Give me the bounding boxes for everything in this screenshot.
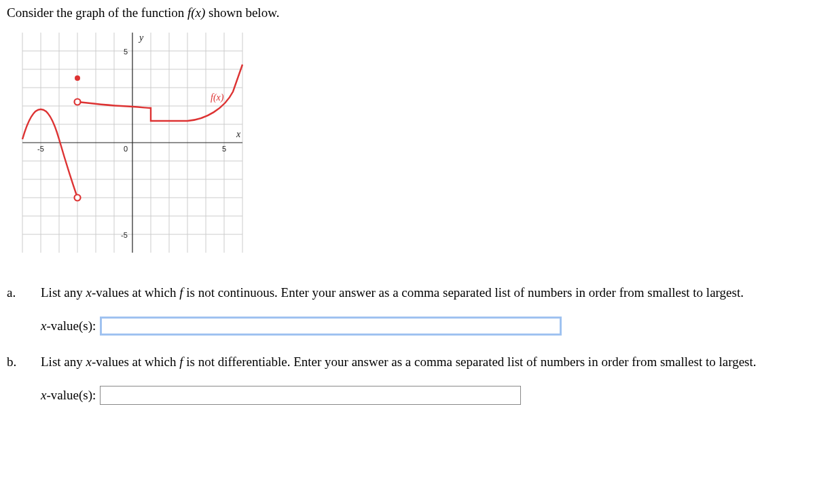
x-axis-label: x	[236, 129, 241, 139]
y-axis-label: y	[138, 33, 144, 43]
problem-intro: Consider the graph of the function f(x) …	[7, 5, 808, 20]
function-graph: y x -5 0 5 5 -5 f(x)	[7, 27, 258, 258]
intro-func: f(x)	[187, 5, 205, 20]
intro-suffix: shown below.	[205, 5, 279, 20]
question-a: a. List any x-values at which f is not c…	[7, 285, 808, 300]
answer-input-b[interactable]	[100, 386, 521, 405]
question-b: b. List any x-values at which f is not d…	[7, 355, 808, 370]
graph-container: y x -5 0 5 5 -5 f(x)	[7, 27, 808, 258]
question-a-text: List any x-values at which f is not cont…	[41, 285, 808, 300]
tick-neg5-y: -5	[121, 231, 128, 239]
tick-zero: 0	[124, 145, 128, 153]
question-b-text: List any x-values at which f is not diff…	[41, 355, 808, 370]
question-a-label: a.	[7, 285, 41, 300]
answer-row-b: x-value(s):	[41, 386, 808, 405]
question-b-label: b.	[7, 355, 41, 370]
answer-row-a: x-value(s):	[41, 317, 808, 336]
tick-pos5-x: 5	[222, 145, 226, 153]
intro-prefix: Consider the graph of the function	[7, 5, 187, 20]
open-point-1	[75, 195, 81, 201]
tick-neg5-x: -5	[37, 145, 44, 153]
tick-pos5-y: 5	[124, 48, 128, 56]
input-label-a: x-value(s):	[41, 319, 96, 334]
closed-point	[75, 75, 80, 81]
open-point-2	[75, 99, 81, 105]
curve-label: f(x)	[211, 92, 224, 103]
answer-input-a[interactable]	[100, 317, 562, 336]
input-label-b: x-value(s):	[41, 388, 96, 403]
